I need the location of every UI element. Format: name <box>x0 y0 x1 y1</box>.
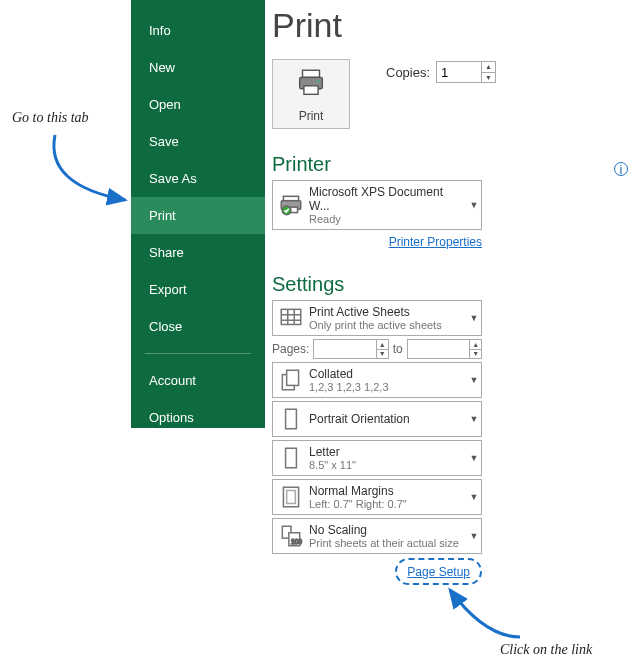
spinner-down-icon[interactable]: ▼ <box>377 350 388 359</box>
sidebar-item-share[interactable]: Share <box>131 234 265 271</box>
sidebar-item-label: New <box>149 60 175 75</box>
collation-dropdown[interactable]: Collated 1,2,3 1,2,3 1,2,3 ▼ <box>272 362 482 398</box>
dropdown-text: Normal Margins Left: 0.7" Right: 0.7" <box>309 480 467 514</box>
chevron-down-icon: ▼ <box>467 480 481 514</box>
dropdown-line2: Left: 0.7" Right: 0.7" <box>309 498 467 510</box>
chevron-down-icon: ▼ <box>467 363 481 397</box>
margins-dropdown[interactable]: Normal Margins Left: 0.7" Right: 0.7" ▼ <box>272 479 482 515</box>
printer-icon <box>294 66 328 103</box>
pages-label: Pages: <box>272 342 309 356</box>
spinner-up-icon[interactable]: ▲ <box>377 340 388 350</box>
sidebar-divider <box>145 353 251 354</box>
dropdown-text: No Scaling Print sheets at their actual … <box>309 519 467 553</box>
sidebar-item-close[interactable]: Close <box>131 308 265 345</box>
sidebar-item-label: Save As <box>149 171 197 186</box>
dropdown-line2: 1,2,3 1,2,3 1,2,3 <box>309 381 467 393</box>
dropdown-line1: Print Active Sheets <box>309 305 467 319</box>
printer-dropdown-text: Microsoft XPS Document W... Ready <box>309 181 467 229</box>
pages-to-spinner[interactable]: ▲▼ <box>407 339 482 359</box>
spinner-down-icon[interactable]: ▼ <box>470 350 481 359</box>
page-setup-link[interactable]: Page Setup <box>407 565 470 579</box>
scaling-dropdown[interactable]: 100 No Scaling Print sheets at their act… <box>272 518 482 554</box>
dropdown-line1: Normal Margins <box>309 484 467 498</box>
annotation-click: Click on the link <box>500 642 592 658</box>
dropdown-line2: 8.5" x 11" <box>309 459 467 471</box>
page-title: Print <box>272 6 632 45</box>
collated-icon <box>273 363 309 397</box>
info-icon[interactable]: i <box>614 162 628 176</box>
sidebar-item-label: Share <box>149 245 184 260</box>
print-row: Print Copies: ▲ ▼ <box>272 59 632 129</box>
sidebar-item-export[interactable]: Export <box>131 271 265 308</box>
sidebar-item-label: Save <box>149 134 179 149</box>
sidebar-item-info[interactable]: Info <box>131 12 265 49</box>
page-icon <box>273 441 309 475</box>
pages-to-input[interactable] <box>408 340 470 358</box>
svg-text:100: 100 <box>291 538 302 545</box>
dropdown-line2: Only print the active sheets <box>309 319 467 331</box>
chevron-down-icon: ▼ <box>467 441 481 475</box>
svg-rect-12 <box>286 448 297 468</box>
svg-rect-0 <box>303 70 320 77</box>
copies-spinner[interactable]: ▲ ▼ <box>436 61 496 83</box>
spinner-up-icon[interactable]: ▲ <box>482 62 495 73</box>
dropdown-text: Print Active Sheets Only print the activ… <box>309 301 467 335</box>
annotation-arrow-click <box>430 582 530 642</box>
paper-size-dropdown[interactable]: Letter 8.5" x 11" ▼ <box>272 440 482 476</box>
copies-label: Copies: <box>386 65 430 80</box>
sidebar-item-save[interactable]: Save <box>131 123 265 160</box>
pages-from-input[interactable] <box>314 340 376 358</box>
scaling-icon: 100 <box>273 519 309 553</box>
chevron-down-icon: ▼ <box>467 181 481 229</box>
sidebar-item-saveas[interactable]: Save As <box>131 160 265 197</box>
printer-ready-icon <box>273 181 309 229</box>
sidebar-item-open[interactable]: Open <box>131 86 265 123</box>
sheets-icon <box>273 301 309 335</box>
settings-section-title: Settings <box>272 273 632 296</box>
sidebar-item-options[interactable]: Options <box>131 399 265 436</box>
sidebar-item-new[interactable]: New <box>131 49 265 86</box>
print-button-label: Print <box>299 109 324 123</box>
annotation-goto: Go to this tab <box>12 110 89 126</box>
dropdown-line1: Portrait Orientation <box>309 412 467 426</box>
svg-rect-14 <box>287 491 296 504</box>
dropdown-line1: Letter <box>309 445 467 459</box>
sidebar-item-label: Close <box>149 319 182 334</box>
printer-status: Ready <box>309 213 467 225</box>
printer-dropdown[interactable]: Microsoft XPS Document W... Ready ▼ <box>272 180 482 230</box>
svg-rect-10 <box>287 370 299 385</box>
dropdown-text: Collated 1,2,3 1,2,3 1,2,3 <box>309 363 467 397</box>
dropdown-text: Portrait Orientation <box>309 402 467 436</box>
print-button[interactable]: Print <box>272 59 350 129</box>
chevron-down-icon: ▼ <box>467 301 481 335</box>
spinner-up-icon[interactable]: ▲ <box>470 340 481 350</box>
pages-row: Pages: ▲▼ to ▲▼ <box>272 339 482 359</box>
sidebar-item-print[interactable]: Print <box>131 197 265 234</box>
dropdown-line2: Print sheets at their actual size <box>309 537 467 549</box>
sidebar-item-account[interactable]: Account <box>131 362 265 399</box>
orientation-dropdown[interactable]: Portrait Orientation ▼ <box>272 401 482 437</box>
sidebar-item-label: Options <box>149 410 194 425</box>
print-panel: Print Print Copies: ▲ ▼ Printer i <box>272 0 632 585</box>
what-to-print-dropdown[interactable]: Print Active Sheets Only print the activ… <box>272 300 482 336</box>
svg-rect-11 <box>286 409 297 429</box>
portrait-icon <box>273 402 309 436</box>
pages-from-spinner[interactable]: ▲▼ <box>313 339 388 359</box>
annotation-arrow-goto <box>40 130 140 220</box>
svg-point-3 <box>317 80 320 83</box>
sidebar-item-label: Account <box>149 373 196 388</box>
svg-rect-8 <box>281 309 301 324</box>
chevron-down-icon: ▼ <box>467 519 481 553</box>
sidebar-item-label: Open <box>149 97 181 112</box>
sidebar-item-label: Info <box>149 23 171 38</box>
copies-input[interactable] <box>437 62 481 82</box>
sidebar-item-label: Export <box>149 282 187 297</box>
page-setup-container: Page Setup <box>272 558 482 585</box>
page-setup-highlight: Page Setup <box>395 558 482 585</box>
printer-properties-link[interactable]: Printer Properties <box>389 235 482 249</box>
spinner-down-icon[interactable]: ▼ <box>482 73 495 83</box>
to-label: to <box>393 342 403 356</box>
dropdown-line1: No Scaling <box>309 523 467 537</box>
file-menu-sidebar: Info New Open Save Save As Print Share E… <box>131 0 265 428</box>
copies-row: Copies: ▲ ▼ <box>386 61 496 83</box>
